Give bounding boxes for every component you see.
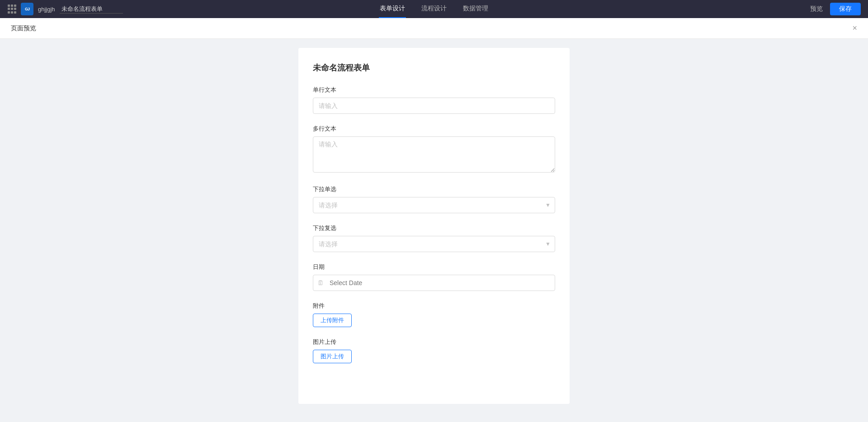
input-single-text[interactable] (313, 98, 555, 114)
upload-attachment-button[interactable]: 上传附件 (313, 314, 352, 327)
select-wrap-multi: 请选择 ▼ (313, 236, 555, 252)
select-wrap-single: 请选择 ▼ (313, 197, 555, 213)
close-button[interactable]: × (852, 23, 857, 33)
tab-data-management[interactable]: 数据管理 (462, 0, 489, 18)
date-wrap: 🗓 (313, 275, 555, 291)
label-single-text: 单行文本 (313, 86, 555, 94)
input-multi-text[interactable] (313, 136, 555, 173)
field-attachment: 附件 上传附件 (313, 302, 555, 327)
tab-form-design[interactable]: 表单设计 (379, 0, 406, 18)
grid-icon (7, 5, 16, 14)
upload-image-button[interactable]: 图片上传 (313, 350, 352, 363)
top-navigation: GJ ghjjgjh 表单设计 流程设计 数据管理 预览 保存 (0, 0, 868, 18)
select-single[interactable]: 请选择 (313, 197, 555, 213)
label-dropdown-single: 下拉单选 (313, 185, 555, 193)
field-single-text: 单行文本 (313, 86, 555, 114)
label-dropdown-multi: 下拉复选 (313, 224, 555, 232)
label-date: 日期 (313, 263, 555, 271)
field-dropdown-single: 下拉单选 请选择 ▼ (313, 185, 555, 213)
preview-header: 页面预览 × (0, 18, 868, 39)
form-card: 未命名流程表单 单行文本 多行文本 下拉单选 请选择 ▼ 下拉复选 (298, 48, 570, 404)
field-date: 日期 🗓 (313, 263, 555, 291)
nav-tabs: 表单设计 流程设计 数据管理 (379, 0, 489, 18)
tab-flow-design[interactable]: 流程设计 (420, 0, 448, 18)
form-title: 未命名流程表单 (313, 62, 555, 73)
field-dropdown-multi: 下拉复选 请选择 ▼ (313, 224, 555, 252)
app-icon: GJ (21, 3, 33, 15)
date-input[interactable] (313, 275, 555, 291)
app-name: ghjjgjh (38, 6, 55, 13)
field-multi-text: 多行文本 (313, 125, 555, 174)
preview-button[interactable]: 预览 (810, 5, 823, 13)
form-name-input[interactable] (60, 5, 123, 14)
select-multi[interactable]: 请选择 (313, 236, 555, 252)
save-button[interactable]: 保存 (830, 3, 861, 15)
main-content: 未命名流程表单 单行文本 多行文本 下拉单选 请选择 ▼ 下拉复选 (0, 39, 868, 422)
label-attachment: 附件 (313, 302, 555, 310)
nav-right: 预览 保存 (810, 3, 861, 15)
nav-left: GJ ghjjgjh (7, 3, 123, 15)
field-image-upload: 图片上传 图片上传 (313, 338, 555, 363)
label-image-upload: 图片上传 (313, 338, 555, 346)
label-multi-text: 多行文本 (313, 125, 555, 133)
preview-title: 页面预览 (11, 24, 36, 33)
